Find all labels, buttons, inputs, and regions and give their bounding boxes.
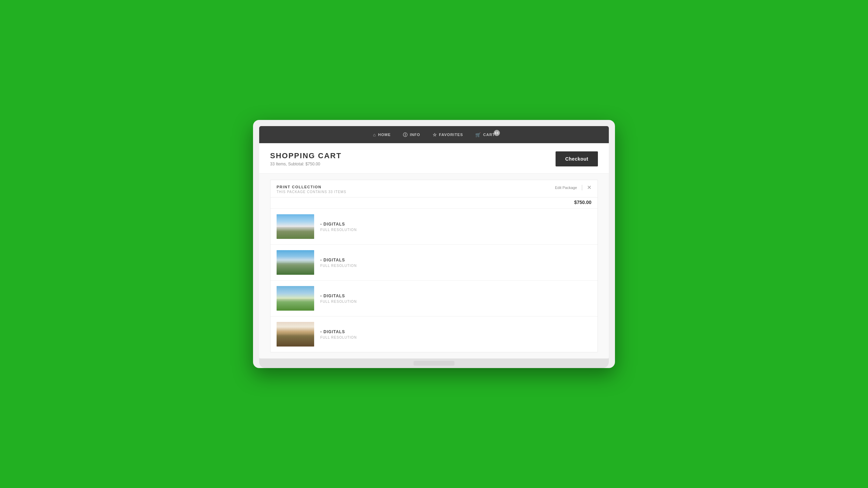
page-subtitle: 33 Items, Subtotal: $750.00 <box>270 162 341 166</box>
photo-overlay-3 <box>277 299 314 311</box>
nav-cart-label: CART <box>483 133 495 137</box>
item-name-4: - DIGITALS <box>320 329 357 334</box>
item-image-2 <box>277 250 314 275</box>
delete-section-icon[interactable]: ✕ <box>587 185 591 190</box>
page-header: SHOPPING CART 33 Items, Subtotal: $750.0… <box>259 143 609 174</box>
nav-cart[interactable]: 🛒 CART 33 <box>475 133 495 137</box>
laptop-trackpad <box>414 361 454 366</box>
section-subtitle: THIS PACKAGE CONTAINS 33 ITEMS <box>277 190 346 194</box>
laptop-screen: ⌂ HOME ⓘ INFO ☆ FAVORITES 🛒 CART 33 <box>259 126 609 358</box>
cart-count-badge: 33 <box>494 130 500 136</box>
navigation: ⌂ HOME ⓘ INFO ☆ FAVORITES 🛒 CART 33 <box>259 126 609 143</box>
cart-section: PRINT COLLECTION THIS PACKAGE CONTAINS 3… <box>270 180 598 352</box>
cart-item: - DIGITALS FULL RESOLUTION <box>270 280 598 316</box>
item-info-3: - DIGITALS FULL RESOLUTION <box>320 294 357 303</box>
item-name-1: - DIGITALS <box>320 222 357 227</box>
photo-overlay-4 <box>277 335 314 347</box>
nav-favorites[interactable]: ☆ FAVORITES <box>433 133 463 137</box>
page-title-block: SHOPPING CART 33 Items, Subtotal: $750.0… <box>270 151 341 166</box>
nav-info[interactable]: ⓘ INFO <box>403 133 420 137</box>
section-actions: Edit Package ✕ <box>555 185 591 190</box>
section-header: PRINT COLLECTION THIS PACKAGE CONTAINS 3… <box>270 180 598 198</box>
edit-package-link[interactable]: Edit Package <box>555 186 577 190</box>
page-title: SHOPPING CART <box>270 151 341 160</box>
section-title: PRINT COLLECTION <box>277 185 346 189</box>
item-info-2: - DIGITALS FULL RESOLUTION <box>320 258 357 268</box>
page-content: SHOPPING CART 33 Items, Subtotal: $750.0… <box>259 143 609 358</box>
checkout-button[interactable]: Checkout <box>556 151 598 166</box>
item-name-3: - DIGITALS <box>320 294 357 298</box>
info-icon: ⓘ <box>403 133 408 137</box>
section-price: $750.00 <box>270 198 598 208</box>
cart-badge-wrapper: 🛒 CART 33 <box>475 133 495 137</box>
nav-favorites-label: FAVORITES <box>439 133 463 137</box>
item-image-1 <box>277 214 314 239</box>
nav-home[interactable]: ⌂ HOME <box>373 133 391 137</box>
nav-home-label: HOME <box>378 133 391 137</box>
item-info-1: - DIGITALS FULL RESOLUTION <box>320 222 357 232</box>
vertical-divider <box>582 185 582 190</box>
item-sub-4: FULL RESOLUTION <box>320 336 357 339</box>
item-info-4: - DIGITALS FULL RESOLUTION <box>320 329 357 339</box>
item-sub-1: FULL RESOLUTION <box>320 228 357 232</box>
nav-info-label: INFO <box>410 133 420 137</box>
photo-overlay-2 <box>277 263 314 275</box>
cart-item: - DIGITALS FULL RESOLUTION <box>270 244 598 280</box>
section-title-block: PRINT COLLECTION THIS PACKAGE CONTAINS 3… <box>277 185 346 194</box>
laptop-frame: ⌂ HOME ⓘ INFO ☆ FAVORITES 🛒 CART 33 <box>253 120 615 368</box>
cart-item: - DIGITALS FULL RESOLUTION <box>270 316 598 352</box>
item-image-4 <box>277 322 314 347</box>
item-sub-3: FULL RESOLUTION <box>320 300 357 303</box>
item-name-2: - DIGITALS <box>320 258 357 262</box>
item-image-3 <box>277 286 314 311</box>
item-sub-2: FULL RESOLUTION <box>320 264 357 268</box>
photo-overlay-1 <box>277 227 314 239</box>
cart-icon: 🛒 <box>475 133 481 137</box>
cart-item: - DIGITALS FULL RESOLUTION <box>270 208 598 244</box>
laptop-base <box>259 358 609 368</box>
star-icon: ☆ <box>433 133 437 137</box>
home-icon: ⌂ <box>373 133 376 137</box>
